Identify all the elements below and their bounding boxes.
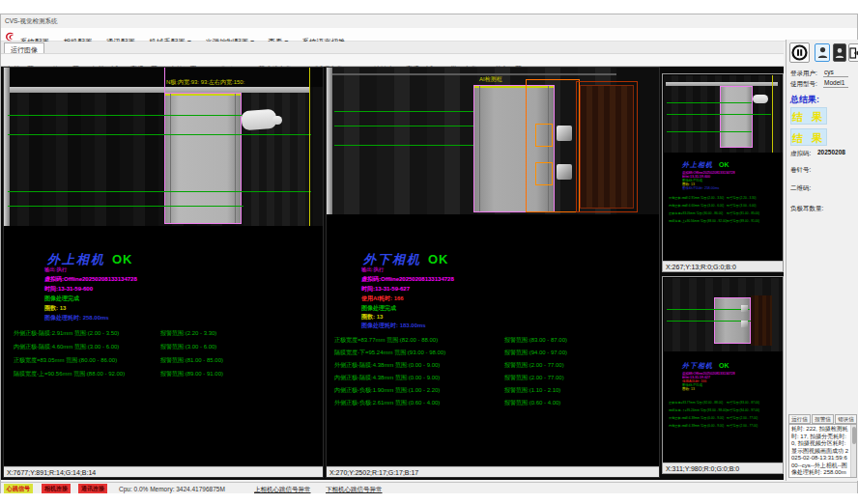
output-signal: 输出:执行 <box>361 267 385 273</box>
battery-cell <box>720 86 753 148</box>
measurement-row: 外侧正极-隔膜:2.91mm 范围:(2.00 - 3.50) <box>14 330 119 336</box>
camera-view-lower[interactable]: AI检测框 外下相机 OK 输出:执行 虚拟码:Offline202502081… <box>326 67 660 478</box>
winding-pin-label: 卷针号: <box>790 167 811 174</box>
metal-tab <box>741 305 748 312</box>
measurement-row: 内侧正极-隔膜:4.38mm 范围:(0.00 - 9.00) <box>334 375 440 380</box>
toolbar: 相机配置 AI使用配置 相机调试 高级设置 点检设置 ▾ 图像处理 ▾ 基准线参… <box>1 53 784 67</box>
measure-line <box>667 102 752 103</box>
metal-tab <box>557 164 572 180</box>
mini-info-block: 虚拟码:Offline20250208133134728 时间:13-31-59… <box>682 171 802 190</box>
operator-icon <box>835 47 844 59</box>
turns-line: 圈数: 13 <box>682 387 802 391</box>
log-area[interactable]: 耗时: 222, 拍摄检测耗时: 17, 拍摄分壳耗时: 0, 拍摄视频分区耗时… <box>788 424 857 478</box>
camera-connect-badge: 相机连接 <box>42 484 71 493</box>
measurement-row: 内侧正极-隔膜:4.60mm 范围:(3.00 - 6.00) <box>14 344 119 350</box>
camera-title: 外下相机 <box>682 362 713 369</box>
measure-line <box>8 206 243 207</box>
process-time-line: 图像处理耗时: 258.00ms <box>682 186 802 190</box>
comm-connect-badge: 通讯连接 <box>78 484 107 493</box>
cell-top-line <box>165 94 241 96</box>
main-area: N极:内宽:93: 93:左右内宽:150: 外上相机 OK <box>1 67 784 480</box>
ai-box-label: AI检测框 <box>479 76 502 82</box>
overlay-vertical-yellow-line <box>772 75 773 153</box>
measurement-row: 外侧正极-负极:2.61mm 范围:(0.60 - 4.00) <box>334 400 440 406</box>
log-scrollbar[interactable] <box>850 425 856 477</box>
cursor-position-status: X:267;Y:13;R:0;G:0;B:0 <box>663 261 783 271</box>
tape-connector <box>753 95 768 103</box>
log-text: 耗时: 222, 拍摄检测耗时: 17, 拍摄分壳耗时: 0, 拍摄视频分区耗时… <box>789 425 856 478</box>
barcode-line: 虚拟码:Offline20250208133134728 <box>361 276 454 282</box>
camera-title: 外上相机 <box>47 253 105 266</box>
pause-icon <box>791 44 808 61</box>
mini-view-lower[interactable]: 外下相机 OK 虚拟码:Offline20250208133134728 时间:… <box>662 276 784 474</box>
total-result-label: 总结果: <box>790 96 819 104</box>
operator-button[interactable] <box>833 43 846 62</box>
turns-line: 圈数: 13 <box>44 305 66 311</box>
alarm-range: 报警范围:(2.20 - 3.30) <box>160 330 216 336</box>
scrollbar-thumb[interactable] <box>852 427 856 444</box>
mini-info-block: 虚拟码:Offline20250208133134728 时间:13-31-59… <box>682 372 802 391</box>
machine-rail <box>332 73 653 75</box>
image-overlay-label: N极:内宽:93: 93:左右内宽:150: <box>166 79 244 85</box>
cell-inner-line-left <box>479 86 480 211</box>
process-done-line: 图像处理完成 <box>44 295 79 301</box>
tab-detect-box <box>535 124 553 147</box>
menu-bar: 系统配置 相机配置 通讯配置 机械手配置 ▾ 光源控制配置 ▾ 查看 ▾ 系统语… <box>1 28 857 42</box>
model-value[interactable]: Model1 <box>823 80 848 88</box>
measurement-row: 正极宽度=83.05mm 范围:(80.00 - 86.00) <box>14 357 117 363</box>
log-tab-error[interactable]: 错误信息 <box>835 414 857 424</box>
camera-image-lower: AI检测框 <box>327 68 659 214</box>
mini-view-upper[interactable]: 外上相机 OK 虚拟码:Offline20250208133134728 时间:… <box>662 73 784 272</box>
control-panel: 登录用户: cys 使用型号: Model1 总结果: 结 果 结 果 虚拟码:… <box>786 40 858 481</box>
measure-line <box>8 191 311 192</box>
ai-detect-box <box>526 79 580 212</box>
log-tab-alarm[interactable]: 报警信息 <box>812 414 834 424</box>
alarm-range: 报警范围:(1.10 - 2.10) <box>504 387 560 393</box>
result-ok: OK <box>719 161 729 168</box>
cell-inner-line-right <box>235 94 236 223</box>
measurement-row: 正极宽度=83.77mm 范围:(82.00 - 88.00) <box>334 337 438 343</box>
login-user-label: 登录用户: <box>790 70 817 77</box>
fixture-outline-box <box>576 81 638 212</box>
alarm-range: 报警范围:(0.60 - 4.00) <box>504 400 560 406</box>
mini-image-upper <box>664 75 783 153</box>
result-ok: OK <box>428 253 449 266</box>
measurement-row: 内侧正极-负极:1.90mm 范围:(1.00 - 2.20) <box>334 387 440 393</box>
negative-tab-count-label: 负极耳数量: <box>790 206 823 212</box>
log-tabs: 运行信息 报警信息 错误信息 <box>788 414 858 424</box>
app-window: CVS-视觉检测系统 系统配置 相机配置 通讯配置 机械手配置 ▾ 光源控制配置… <box>0 14 858 493</box>
alarm-range: 报警范围:(2.00 - 77.00) <box>504 362 564 368</box>
cpu-memory-status: Cpu: 0.0% Memory: 3424.41796875M <box>119 486 225 492</box>
camera-title: 外上相机 <box>682 161 713 168</box>
camera-title: 外下相机 <box>363 253 421 266</box>
lower-camera-heartbeat-warning: 下相机心跳信号异常 <box>326 486 383 494</box>
metal-tab <box>741 321 748 327</box>
tab-run-image[interactable]: 运行图像 <box>4 42 44 53</box>
login-user-value[interactable]: cys <box>823 70 848 77</box>
qr-code-label: 二维码: <box>790 185 811 192</box>
camera-image-upper: N极:内宽:93: 93:左右内宽:150: <box>4 68 323 226</box>
result-ok: OK <box>112 253 133 266</box>
tab-detect-box <box>535 162 553 185</box>
upper-camera-heartbeat-warning: 上相机心跳信号异常 <box>254 486 311 494</box>
pause-button[interactable] <box>789 42 810 63</box>
tape-connector-tip <box>272 116 282 125</box>
fixture-dark-red <box>751 295 772 346</box>
camera-view-upper[interactable]: N极:内宽:93: 93:左右内宽:150: 外上相机 OK <box>3 67 324 478</box>
turns-line: 圈数: 13 <box>361 314 383 320</box>
login-user-button[interactable] <box>815 43 830 62</box>
cursor-position-status: X:270;Y:2502;R:17;G:17;B:17 <box>327 466 659 477</box>
virtual-code-value: 20250208 <box>817 150 845 156</box>
image-edge-strip <box>327 68 332 214</box>
measure-line <box>8 115 243 116</box>
process-done-line: 图像处理完成 <box>361 305 396 311</box>
alarm-range: 报警范围:(89.00 - 91.00) <box>160 371 223 377</box>
user-icon <box>817 46 828 59</box>
screen: CVS-视觉检测系统 系统配置 相机配置 通讯配置 机械手配置 ▾ 光源控制配置… <box>0 0 858 504</box>
exit-button[interactable] <box>848 43 858 62</box>
overlay-vertical-magenta-line <box>164 68 165 93</box>
log-tab-run[interactable]: 运行信息 <box>788 414 811 424</box>
battery-cell <box>164 93 242 224</box>
mini-image-lower <box>664 278 783 351</box>
alarm-range: 报警范围:(81.00 - 85.00) <box>160 357 223 363</box>
